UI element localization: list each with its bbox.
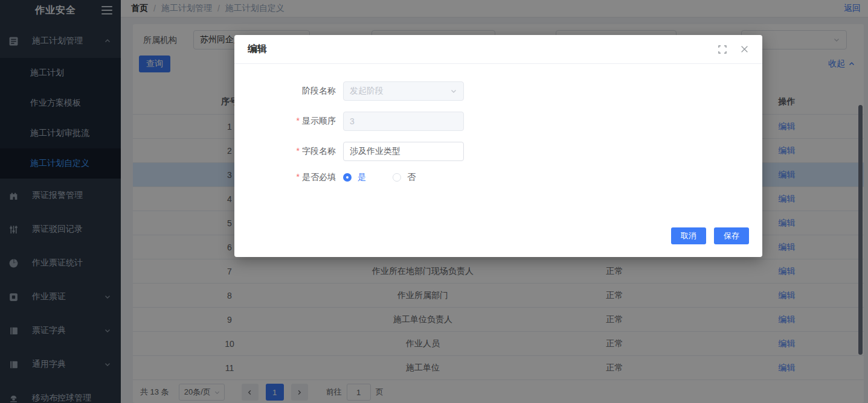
chevron-down-icon [450,87,457,95]
stage-select[interactable]: 发起阶段 [343,81,464,101]
fullscreen-icon[interactable] [718,45,727,54]
dialog-body: 阶段名称 发起阶段 显示顺序 字段名称 是否必填 [234,64,762,183]
dialog-footer: 取消 保存 [671,227,749,244]
required-flag-label: 是否必填 [234,172,343,183]
edit-dialog: 编辑 阶段名称 发起阶段 显示顺序 字段名称 [234,35,762,257]
stage-select-value: 发起阶段 [350,86,384,97]
stage-field-row: 阶段名称 发起阶段 [234,81,762,101]
radio-yes-label: 是 [358,172,366,183]
field-name-row: 字段名称 [234,142,762,161]
radio-yes[interactable]: 是 [343,172,366,183]
required-flag-radio-group: 是 否 [343,172,442,183]
close-icon[interactable] [739,45,749,54]
radio-no-label: 否 [407,172,416,183]
dialog-header: 编辑 [234,35,762,64]
order-label: 显示顺序 [234,116,343,127]
radio-unselected-icon [393,173,401,182]
radio-selected-icon [343,173,352,182]
order-input[interactable] [350,116,457,126]
field-name-label: 字段名称 [234,146,343,157]
field-name-input[interactable] [350,147,457,156]
order-field-row: 显示顺序 [234,112,762,131]
required-flag-row: 是否必填 是 否 [234,172,762,183]
dialog-title: 编辑 [248,43,267,56]
radio-no[interactable]: 否 [393,172,416,183]
cancel-button[interactable]: 取消 [671,227,706,244]
order-input-wrap [343,112,464,131]
field-name-input-wrap [343,142,464,161]
save-button[interactable]: 保存 [714,227,749,244]
stage-label: 阶段名称 [234,86,343,97]
